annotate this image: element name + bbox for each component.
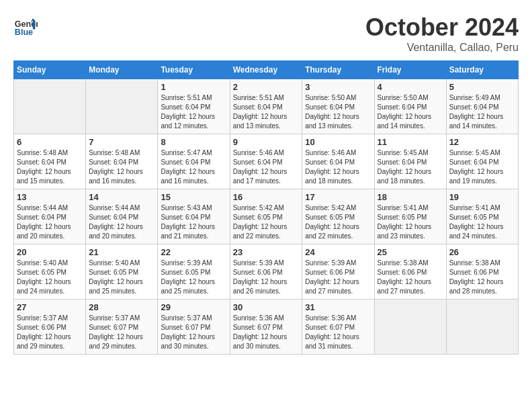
calendar-cell: 18Sunrise: 5:41 AMSunset: 6:05 PMDayligh… <box>374 189 446 244</box>
weekday-header-thursday: Thursday <box>302 61 374 79</box>
day-number: 11 <box>378 137 443 147</box>
calendar-cell: 26Sunrise: 5:38 AMSunset: 6:06 PMDayligh… <box>446 244 518 300</box>
week-row-2: 6Sunrise: 5:48 AMSunset: 6:04 PMDaylight… <box>14 134 519 189</box>
calendar-cell: 29Sunrise: 5:37 AMSunset: 6:07 PMDayligh… <box>158 300 230 355</box>
title-area: October 2024 Ventanilla, Callao, Peru <box>365 13 519 54</box>
calendar-cell <box>374 300 446 355</box>
logo: General Blue <box>13 13 40 38</box>
day-number: 20 <box>17 247 83 257</box>
day-number: 30 <box>233 302 300 312</box>
weekday-header-friday: Friday <box>374 61 446 79</box>
month-title: October 2024 <box>365 13 519 42</box>
day-number: 19 <box>449 192 515 202</box>
day-info: Sunrise: 5:43 AMSunset: 6:04 PMDaylight:… <box>161 203 226 241</box>
day-info: Sunrise: 5:51 AMSunset: 6:04 PMDaylight:… <box>161 93 226 131</box>
calendar-cell: 20Sunrise: 5:40 AMSunset: 6:05 PMDayligh… <box>14 244 86 300</box>
day-number: 12 <box>449 137 515 147</box>
calendar-cell: 25Sunrise: 5:38 AMSunset: 6:06 PMDayligh… <box>374 244 446 300</box>
day-number: 17 <box>305 192 371 202</box>
day-number: 23 <box>233 247 300 257</box>
calendar-cell: 9Sunrise: 5:46 AMSunset: 6:04 PMDaylight… <box>230 134 302 189</box>
calendar-cell: 24Sunrise: 5:39 AMSunset: 6:06 PMDayligh… <box>302 244 374 300</box>
weekday-header-sunday: Sunday <box>14 61 86 79</box>
day-info: Sunrise: 5:37 AMSunset: 6:07 PMDaylight:… <box>89 314 154 351</box>
calendar-cell: 14Sunrise: 5:44 AMSunset: 6:04 PMDayligh… <box>86 189 158 244</box>
logo-icon: General Blue <box>13 13 38 38</box>
day-info: Sunrise: 5:39 AMSunset: 6:06 PMDaylight:… <box>233 259 300 296</box>
svg-text:Blue: Blue <box>15 28 33 37</box>
day-number: 10 <box>305 137 371 147</box>
day-number: 4 <box>378 82 443 92</box>
week-row-3: 13Sunrise: 5:44 AMSunset: 6:04 PMDayligh… <box>14 189 519 244</box>
calendar-cell: 21Sunrise: 5:40 AMSunset: 6:05 PMDayligh… <box>86 244 158 300</box>
calendar-cell: 6Sunrise: 5:48 AMSunset: 6:04 PMDaylight… <box>14 134 86 189</box>
weekday-header-tuesday: Tuesday <box>158 61 230 79</box>
location-subtitle: Ventanilla, Callao, Peru <box>365 42 519 54</box>
day-info: Sunrise: 5:47 AMSunset: 6:04 PMDaylight:… <box>161 148 226 186</box>
day-number: 2 <box>233 82 300 92</box>
day-number: 22 <box>161 247 226 257</box>
day-info: Sunrise: 5:50 AMSunset: 6:04 PMDaylight:… <box>305 93 371 131</box>
day-number: 13 <box>17 192 83 202</box>
calendar-cell: 17Sunrise: 5:42 AMSunset: 6:05 PMDayligh… <box>302 189 374 244</box>
day-number: 9 <box>233 137 300 147</box>
day-number: 27 <box>17 302 83 312</box>
calendar-cell <box>86 79 158 134</box>
day-number: 15 <box>161 192 226 202</box>
day-number: 1 <box>161 82 226 92</box>
day-info: Sunrise: 5:46 AMSunset: 6:04 PMDaylight:… <box>233 148 300 186</box>
day-info: Sunrise: 5:48 AMSunset: 6:04 PMDaylight:… <box>89 148 154 186</box>
day-info: Sunrise: 5:40 AMSunset: 6:05 PMDaylight:… <box>89 259 154 296</box>
weekday-header-wednesday: Wednesday <box>230 61 302 79</box>
day-number: 5 <box>449 82 515 92</box>
calendar-table: SundayMondayTuesdayWednesdayThursdayFrid… <box>13 60 519 355</box>
calendar-cell: 4Sunrise: 5:50 AMSunset: 6:04 PMDaylight… <box>374 79 446 134</box>
day-info: Sunrise: 5:40 AMSunset: 6:05 PMDaylight:… <box>17 259 83 296</box>
calendar-cell: 10Sunrise: 5:46 AMSunset: 6:04 PMDayligh… <box>302 134 374 189</box>
week-row-4: 20Sunrise: 5:40 AMSunset: 6:05 PMDayligh… <box>14 244 519 300</box>
calendar-cell: 22Sunrise: 5:39 AMSunset: 6:05 PMDayligh… <box>158 244 230 300</box>
calendar-cell: 2Sunrise: 5:51 AMSunset: 6:04 PMDaylight… <box>230 79 302 134</box>
day-number: 3 <box>305 82 371 92</box>
day-info: Sunrise: 5:45 AMSunset: 6:04 PMDaylight:… <box>449 148 515 186</box>
day-info: Sunrise: 5:39 AMSunset: 6:05 PMDaylight:… <box>161 259 226 296</box>
calendar-cell: 11Sunrise: 5:45 AMSunset: 6:04 PMDayligh… <box>374 134 446 189</box>
week-row-5: 27Sunrise: 5:37 AMSunset: 6:06 PMDayligh… <box>14 300 519 355</box>
calendar-cell: 28Sunrise: 5:37 AMSunset: 6:07 PMDayligh… <box>86 300 158 355</box>
day-number: 16 <box>233 192 300 202</box>
day-info: Sunrise: 5:44 AMSunset: 6:04 PMDaylight:… <box>89 203 154 241</box>
day-info: Sunrise: 5:39 AMSunset: 6:06 PMDaylight:… <box>305 259 371 296</box>
day-info: Sunrise: 5:42 AMSunset: 6:05 PMDaylight:… <box>305 203 371 241</box>
day-number: 8 <box>161 137 226 147</box>
calendar-cell: 7Sunrise: 5:48 AMSunset: 6:04 PMDaylight… <box>86 134 158 189</box>
day-info: Sunrise: 5:48 AMSunset: 6:04 PMDaylight:… <box>17 148 83 186</box>
day-info: Sunrise: 5:36 AMSunset: 6:07 PMDaylight:… <box>305 314 371 351</box>
day-number: 29 <box>161 302 226 312</box>
day-info: Sunrise: 5:44 AMSunset: 6:04 PMDaylight:… <box>17 203 83 241</box>
day-number: 7 <box>89 137 154 147</box>
day-info: Sunrise: 5:42 AMSunset: 6:05 PMDaylight:… <box>233 203 300 241</box>
day-info: Sunrise: 5:51 AMSunset: 6:04 PMDaylight:… <box>233 93 300 131</box>
week-row-1: 1Sunrise: 5:51 AMSunset: 6:04 PMDaylight… <box>14 79 519 134</box>
calendar-cell: 3Sunrise: 5:50 AMSunset: 6:04 PMDaylight… <box>302 79 374 134</box>
calendar-cell: 31Sunrise: 5:36 AMSunset: 6:07 PMDayligh… <box>302 300 374 355</box>
calendar-cell: 13Sunrise: 5:44 AMSunset: 6:04 PMDayligh… <box>14 189 86 244</box>
day-number: 26 <box>449 247 515 257</box>
day-info: Sunrise: 5:41 AMSunset: 6:05 PMDaylight:… <box>378 203 443 241</box>
day-number: 6 <box>17 137 83 147</box>
calendar-cell: 16Sunrise: 5:42 AMSunset: 6:05 PMDayligh… <box>230 189 302 244</box>
calendar-cell: 30Sunrise: 5:36 AMSunset: 6:07 PMDayligh… <box>230 300 302 355</box>
calendar-cell: 27Sunrise: 5:37 AMSunset: 6:06 PMDayligh… <box>14 300 86 355</box>
weekday-header-saturday: Saturday <box>446 61 518 79</box>
calendar-cell: 1Sunrise: 5:51 AMSunset: 6:04 PMDaylight… <box>158 79 230 134</box>
calendar-cell: 5Sunrise: 5:49 AMSunset: 6:04 PMDaylight… <box>446 79 518 134</box>
day-info: Sunrise: 5:38 AMSunset: 6:06 PMDaylight:… <box>378 259 443 296</box>
page-header: General Blue October 2024 Ventanilla, Ca… <box>13 13 519 54</box>
day-info: Sunrise: 5:49 AMSunset: 6:04 PMDaylight:… <box>449 93 515 131</box>
day-info: Sunrise: 5:38 AMSunset: 6:06 PMDaylight:… <box>449 259 515 296</box>
day-info: Sunrise: 5:37 AMSunset: 6:06 PMDaylight:… <box>17 314 83 351</box>
day-info: Sunrise: 5:41 AMSunset: 6:05 PMDaylight:… <box>449 203 515 241</box>
day-number: 28 <box>89 302 154 312</box>
calendar-cell: 23Sunrise: 5:39 AMSunset: 6:06 PMDayligh… <box>230 244 302 300</box>
day-info: Sunrise: 5:50 AMSunset: 6:04 PMDaylight:… <box>378 93 443 131</box>
